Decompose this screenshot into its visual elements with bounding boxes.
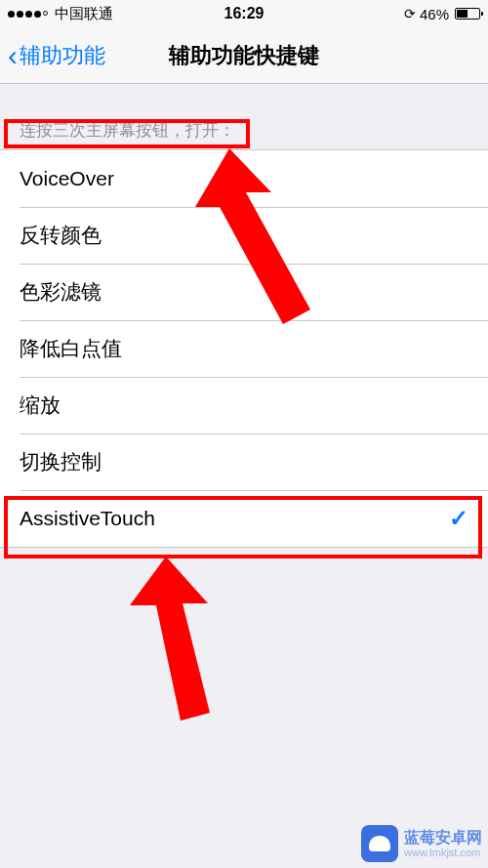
- option-label: 反转颜色: [20, 222, 102, 249]
- watermark: 蓝莓安卓网 www.lmkjst.com: [361, 825, 482, 862]
- option-color-filters[interactable]: 色彩滤镜: [0, 264, 488, 320]
- option-zoom[interactable]: 缩放: [0, 377, 488, 434]
- back-label: 辅助功能: [20, 41, 105, 70]
- option-label: 色彩滤镜: [20, 278, 102, 306]
- option-label: 缩放: [20, 392, 61, 419]
- battery-percent-label: 46%: [420, 6, 449, 22]
- clock-label: 16:29: [224, 5, 264, 22]
- option-switch-control[interactable]: 切换控制: [0, 434, 488, 490]
- option-invert-colors[interactable]: 反转颜色: [0, 207, 488, 264]
- option-label: 降低白点值: [20, 335, 122, 362]
- option-reduce-white-point[interactable]: 降低白点值: [0, 320, 488, 377]
- carrier-label: 中国联通: [55, 5, 113, 23]
- rotation-lock-icon: ⟳: [404, 6, 416, 21]
- option-label: VoiceOver: [20, 167, 114, 190]
- status-right: ⟳ 46%: [404, 6, 480, 22]
- svg-marker-1: [130, 557, 210, 721]
- option-label: AssistiveTouch: [20, 507, 155, 530]
- section-header: 连按三次主屏幕按钮，打开：: [0, 84, 488, 149]
- annotation-arrow-bottom: [112, 547, 249, 727]
- back-button[interactable]: ‹ 辅助功能: [0, 41, 105, 70]
- watermark-logo-icon: [361, 825, 398, 862]
- option-voiceover[interactable]: VoiceOver: [0, 150, 488, 207]
- status-left: 中国联通: [8, 5, 113, 23]
- signal-strength-icon: [8, 11, 48, 18]
- options-list: VoiceOver 反转颜色 色彩滤镜 降低白点值 缩放 切换控制 Assist…: [0, 149, 488, 548]
- watermark-title: 蓝莓安卓网: [404, 829, 482, 847]
- option-assistivetouch[interactable]: AssistiveTouch ✓: [0, 490, 488, 547]
- status-bar: 中国联通 16:29 ⟳ 46%: [0, 0, 488, 27]
- nav-bar: ‹ 辅助功能 辅助功能快捷键: [0, 27, 488, 84]
- chevron-left-icon: ‹: [8, 41, 18, 70]
- page-title: 辅助功能快捷键: [169, 41, 319, 70]
- option-label: 切换控制: [20, 448, 102, 475]
- battery-icon: [455, 8, 480, 20]
- checkmark-icon: ✓: [449, 505, 468, 532]
- watermark-url: www.lmkjst.com: [404, 847, 482, 858]
